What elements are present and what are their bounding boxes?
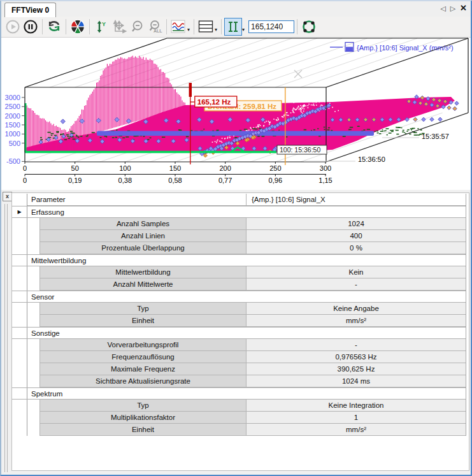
row-gutter	[12, 351, 27, 363]
refresh-button[interactable]	[46, 18, 62, 35]
rotate-view-button[interactable]	[301, 18, 317, 35]
table-row-param[interactable]: TypKeine Angabe	[12, 303, 466, 315]
row-marker: ▶	[12, 206, 27, 217]
param-label-cell: Anzahl Samples	[39, 218, 246, 230]
x-tick-order: 0,38	[118, 177, 132, 184]
param-label-cell: Einheit	[39, 315, 246, 327]
waterfall-plot[interactable]: 15:35:5715:36:5030002500200015001000500-…	[1, 38, 472, 190]
parameter-table: Parameter{Amp.} [10:6] Signal_X▶Erfassun…	[12, 194, 466, 436]
toolbar-separator	[89, 19, 90, 34]
table-row-param[interactable]: Prozentuale Überlappung0 %	[12, 242, 466, 254]
table-row-section[interactable]: Spektrum	[12, 387, 466, 400]
table-row-section[interactable]: ▶Erfassung	[12, 206, 466, 218]
table-row-param[interactable]: Sichtbare Aktualisierungsrate1024 ms	[12, 375, 466, 387]
toolbar-separator	[221, 19, 222, 34]
row-gutter	[12, 303, 27, 315]
splitter-handle[interactable]	[7, 204, 8, 472]
row-indent	[27, 315, 39, 327]
zoom-out-all-icon: ALL	[147, 19, 163, 34]
param-value-cell: mm/s²	[246, 424, 466, 436]
tab-bar: FFTView 0 ◁ ▷ ✕	[1, 1, 471, 17]
param-value-cell: 1024 ms	[246, 375, 466, 387]
frequency-input[interactable]	[248, 20, 294, 33]
tab-prev-icon[interactable]: ◁	[440, 4, 445, 13]
scale-y-button[interactable]: Y	[93, 18, 110, 35]
svg-text:ALL: ALL	[154, 29, 162, 33]
row-gutter	[12, 412, 27, 424]
svg-text:Y: Y	[102, 21, 106, 27]
row-indent	[27, 230, 39, 242]
curves-dropdown-icon[interactable]: ▾	[187, 27, 190, 32]
curves-style-button[interactable]	[170, 18, 187, 35]
close-icon[interactable]: ✕	[460, 4, 467, 13]
row-indent	[27, 412, 39, 424]
table-row-param[interactable]: Frequenzauflösung0,976563 Hz	[12, 351, 466, 363]
play-button[interactable]	[4, 18, 21, 35]
param-label-cell: Maximale Frequenz	[39, 363, 246, 375]
time-label: 15:35:57	[422, 133, 449, 140]
x-tick-order: 1,15	[318, 177, 332, 184]
cursor-dropdown-icon[interactable]: ▾	[242, 27, 245, 32]
param-value-cell: Keine Integration	[246, 400, 466, 412]
toolbar-separator	[66, 19, 66, 34]
table-row-param[interactable]: Vorverarbeitungsprofil-	[12, 339, 466, 351]
y-tick-label: 2500	[5, 103, 20, 110]
table-row-param[interactable]: MittelwertbildungKein	[12, 266, 466, 278]
table-row-param[interactable]: TypKeine Integration	[12, 400, 466, 412]
tab-navigation: ◁ ▷ ✕	[440, 4, 467, 13]
layout-dropdown-icon[interactable]: ▾	[215, 27, 217, 32]
table-row-param[interactable]: Anzahl Samples1024	[12, 218, 466, 230]
row-gutter	[12, 424, 27, 436]
row-gutter	[12, 255, 27, 266]
param-label-cell: Anzahl Linien	[39, 230, 246, 242]
row-indent	[27, 424, 39, 436]
pause-button[interactable]	[22, 18, 39, 35]
table-row-param[interactable]: Multiplikationsfaktor1	[12, 412, 466, 424]
signal-band	[97, 131, 374, 136]
cursor-mode-button[interactable]	[224, 18, 242, 36]
panel-close-button[interactable]: x	[3, 192, 12, 201]
zoom-out-button[interactable]	[129, 18, 145, 35]
table-row-param[interactable]: Einheitmm/s²	[12, 424, 466, 436]
table-row-section[interactable]: Mittelwertbildung	[12, 254, 466, 266]
waterfall-plot-panel[interactable]: 15:35:5715:36:5030002500200015001000500-…	[1, 38, 472, 190]
param-label-cell: Prozentuale Überlappung	[39, 242, 246, 254]
y-tick-label: 500	[9, 140, 20, 147]
tab-title: FFTView 0	[11, 6, 49, 15]
toolbar-separator	[42, 19, 43, 34]
table-row-section[interactable]: Sonstige	[12, 327, 466, 339]
row-gutter	[12, 328, 27, 338]
fft-view-window: FFTView 0 ◁ ▷ ✕	[0, 0, 472, 476]
x-tick-hz: 100	[119, 164, 131, 172]
x-tick-order: 0,77	[218, 177, 232, 184]
tab-fftview[interactable]: FFTView 0	[4, 3, 56, 17]
param-label-cell: Einheit	[39, 424, 246, 436]
table-row-param[interactable]: Anzahl Linien400	[12, 230, 466, 242]
splitter-handle[interactable]	[4, 204, 5, 472]
table-row-param[interactable]: Einheitmm/s²	[12, 315, 466, 327]
time-label: 15:36:50	[358, 155, 385, 163]
param-label-cell: Mittelwertbildung	[39, 266, 246, 278]
fit-axes-button[interactable]	[111, 18, 127, 35]
table-row-param[interactable]: Anzahl Mittelwerte-	[12, 278, 466, 291]
row-gutter	[12, 194, 27, 206]
param-value-cell: 390,625 Hz	[246, 363, 466, 375]
pause-icon	[23, 19, 38, 34]
pinwheel-button[interactable]	[69, 18, 86, 35]
param-label-cell: Sichtbare Aktualisierungsrate	[39, 375, 246, 387]
row-indent	[27, 266, 39, 278]
x-tick-order: 0,58	[168, 177, 182, 184]
section-label: Mittelwertbildung	[27, 255, 466, 266]
param-value-cell: 1024	[246, 218, 466, 230]
zoom-out-all-button[interactable]: ALL	[147, 18, 163, 35]
row-indent	[27, 218, 39, 230]
table-row-top[interactable]: Parameter{Amp.} [10:6] Signal_X	[12, 194, 466, 206]
frequency-cursor-label: 165,12 Hz	[197, 98, 231, 106]
row-indent	[27, 242, 39, 254]
param-value-cell: 400	[246, 230, 466, 242]
tab-next-icon[interactable]: ▷	[450, 4, 455, 13]
legend-label: {Amp.} [10:6] Signal_X (mm/s²)	[357, 44, 454, 52]
table-row-param[interactable]: Maximale Frequenz390,625 Hz	[12, 363, 466, 375]
layout-button[interactable]	[197, 18, 214, 35]
table-row-section[interactable]: Sensor	[12, 291, 466, 303]
